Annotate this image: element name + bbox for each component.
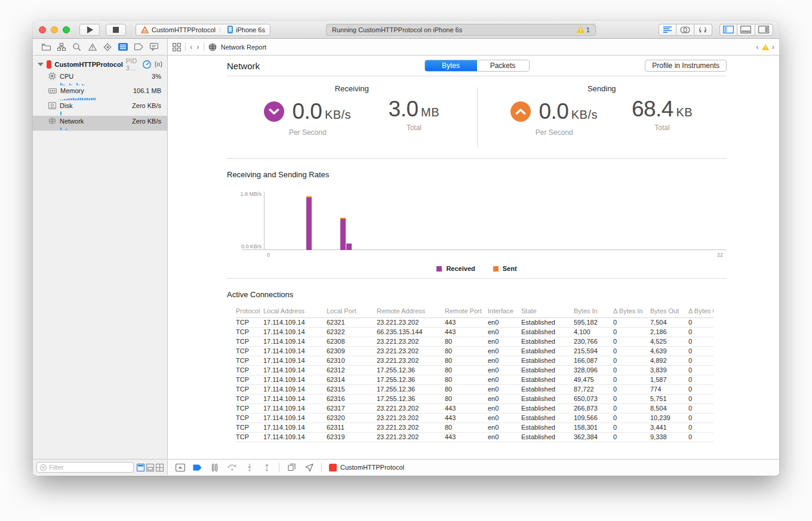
toggle-inspector-button[interactable] <box>755 24 773 36</box>
connection-cell: 443 <box>445 328 488 337</box>
filter-field[interactable] <box>36 462 134 473</box>
connection-cell: 166,087 <box>574 356 613 366</box>
connection-cell: 80 <box>445 375 488 385</box>
debug-navigator-tab[interactable] <box>118 42 128 53</box>
scheme-selector[interactable]: CustomHTTPProtocol 〉 iPhone 6s <box>136 24 270 36</box>
zoom-window-button[interactable] <box>63 26 70 33</box>
assistant-editor-button[interactable] <box>676 24 694 36</box>
profile-in-instruments-button[interactable]: Profile in Instruments <box>645 60 727 72</box>
connection-cell: 650,073 <box>574 394 613 404</box>
connection-row[interactable]: TCP17.114.109.146232123.221.23.202443en0… <box>236 318 713 328</box>
jump-bar-title[interactable]: Network Report <box>221 44 266 51</box>
column-header[interactable]: Remote Address <box>377 307 445 318</box>
segment-bytes[interactable]: Bytes <box>425 60 477 71</box>
profile-gauge-icon[interactable] <box>143 60 151 69</box>
receiving-rate-value: 0.0 <box>292 99 322 124</box>
filter-input[interactable] <box>49 464 130 471</box>
connection-cell: TCP <box>236 433 263 442</box>
column-header[interactable]: Remote Port <box>445 307 488 318</box>
column-header[interactable]: Protocol <box>236 307 263 318</box>
process-row[interactable]: CustomHTTPProtocol PID 3… <box>33 57 167 71</box>
connection-row[interactable]: TCP17.114.109.146230923.221.23.20280en0E… <box>236 347 713 356</box>
report-navigator-tab[interactable] <box>149 42 159 53</box>
column-header[interactable]: Δ Bytes O <box>688 307 713 318</box>
column-header[interactable]: State <box>521 307 574 318</box>
step-out-button[interactable] <box>262 463 272 473</box>
column-header[interactable]: Bytes Out <box>650 307 688 318</box>
toggle-debug-area-button[interactable] <box>737 24 755 36</box>
connection-cell: TCP <box>236 385 263 394</box>
symbol-navigator-tab[interactable] <box>56 42 67 53</box>
project-navigator-tab[interactable] <box>41 42 51 53</box>
run-button[interactable] <box>79 24 100 36</box>
activity-status-field[interactable]: Running CustomHTTPProtocol on iPhone 6s … <box>326 24 596 36</box>
issue-navigator-tab[interactable] <box>87 42 98 53</box>
step-over-button[interactable] <box>227 463 237 473</box>
step-into-button[interactable] <box>244 463 254 473</box>
gauge-row-cpu[interactable]: CPU3% <box>33 71 167 86</box>
connection-cell: 7,504 <box>650 318 688 328</box>
gauge-row-network[interactable]: NetworkZero KB/s <box>33 116 167 131</box>
column-header[interactable]: Local Port <box>327 307 377 318</box>
back-button[interactable]: ‹ <box>190 42 192 51</box>
connection-cell: 66.235.135.144 <box>377 328 445 337</box>
connection-row[interactable]: TCP17.114.109.146230823.221.23.20280en0E… <box>236 337 713 347</box>
connection-cell: 0 <box>613 423 650 433</box>
connection-row[interactable]: TCP17.114.109.146231923.221.23.202443en0… <box>236 433 713 442</box>
stop-button[interactable] <box>106 24 126 36</box>
memory-graph-icon[interactable] <box>155 61 162 68</box>
disclosure-triangle-icon[interactable] <box>38 63 44 66</box>
forward-button[interactable]: › <box>196 42 199 51</box>
column-header[interactable]: Local Address <box>263 307 327 318</box>
connection-row[interactable]: TCP17.114.109.146231217.255.12.3680en0Es… <box>236 366 713 375</box>
connection-row[interactable]: TCP17.114.109.146231417.255.12.3680en0Es… <box>236 375 713 385</box>
simulate-location-button[interactable] <box>304 463 314 473</box>
sending-total-sublabel: Total <box>654 124 669 132</box>
connection-cell: 17.114.109.14 <box>263 433 327 442</box>
search-navigator-tab[interactable] <box>72 42 82 53</box>
debug-process-selector[interactable]: CustomHTTPProtocol <box>329 464 404 471</box>
connection-row[interactable]: TCP17.114.109.146231517.255.12.3680en0Es… <box>236 385 713 394</box>
connection-cell: 0 <box>688 318 713 328</box>
connection-row[interactable]: TCP17.114.109.146231617.255.12.3680en0Es… <box>236 394 713 404</box>
gauge-row-memory[interactable]: Memory106.1 MB <box>33 86 167 101</box>
breakpoints-toggle-button[interactable] <box>192 463 202 473</box>
connection-cell: 4,525 <box>650 337 688 347</box>
connection-cell: en0 <box>488 414 521 423</box>
connection-row[interactable]: TCP17.114.109.146231023.221.23.20280en0E… <box>236 356 713 366</box>
connection-cell: 230,766 <box>574 337 613 347</box>
inspector-panel-icon <box>758 26 769 33</box>
version-editor-button[interactable] <box>694 24 712 36</box>
view-debugger-button[interactable] <box>287 463 297 473</box>
warning-badge[interactable]: 1 <box>577 26 590 33</box>
pause-execution-button[interactable] <box>210 463 220 473</box>
segment-packets[interactable]: Packets <box>477 60 529 71</box>
connection-row[interactable]: TCP17.114.109.146231723.221.23.202443en0… <box>236 404 713 414</box>
column-header[interactable]: Interface <box>488 307 521 318</box>
receiving-rate-sublabel: Per Second <box>289 128 327 137</box>
grid-view-toggle-icon[interactable] <box>156 464 164 471</box>
hide-debug-area-button[interactable] <box>175 463 185 473</box>
connection-row[interactable]: TCP17.114.109.146231123.221.23.20280en0E… <box>236 423 713 433</box>
connection-cell: 17.255.12.36 <box>377 375 445 385</box>
test-navigator-tab[interactable] <box>102 42 113 53</box>
connection-cell: 62317 <box>327 404 377 414</box>
previous-issue-button[interactable]: ‹ <box>756 42 758 51</box>
stack-view-toggle-icon[interactable] <box>146 464 154 471</box>
minimize-window-button[interactable] <box>51 26 58 33</box>
connection-row[interactable]: TCP17.114.109.146232266.235.135.144443en… <box>236 328 713 337</box>
column-header[interactable]: Δ Bytes In <box>613 307 650 318</box>
close-window-button[interactable] <box>39 26 46 33</box>
column-header[interactable]: Bytes In <box>574 307 613 318</box>
next-issue-button[interactable]: › <box>772 42 774 51</box>
toggle-navigator-button[interactable] <box>719 24 737 36</box>
connection-cell: 0 <box>688 423 713 433</box>
flat-view-toggle-icon[interactable] <box>137 464 144 471</box>
connection-cell: 62311 <box>327 423 377 433</box>
connections-table[interactable]: ProtocolLocal AddressLocal PortRemote Ad… <box>236 307 713 442</box>
gauge-row-disk[interactable]: DiskZero KB/s <box>33 101 167 116</box>
connection-row[interactable]: TCP17.114.109.146232023.221.23.202443en0… <box>236 414 713 423</box>
related-items-icon[interactable] <box>173 43 181 51</box>
breakpoint-navigator-tab[interactable] <box>133 42 144 53</box>
standard-editor-button[interactable] <box>659 24 676 36</box>
